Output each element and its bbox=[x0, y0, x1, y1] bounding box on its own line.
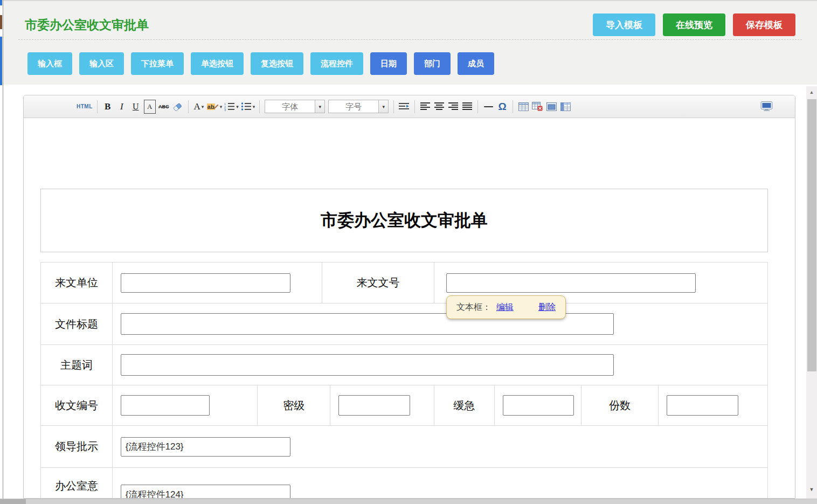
add-input-area-button[interactable]: 输入区 bbox=[79, 52, 124, 75]
unordered-list-icon[interactable]: ▾ bbox=[241, 100, 255, 114]
chevron-down-icon: ▾ bbox=[220, 104, 223, 109]
add-dropdown-menu-button[interactable]: 下拉菜单 bbox=[131, 52, 184, 75]
table-properties-icon[interactable] bbox=[559, 100, 571, 114]
chevron-down-icon: ▾ bbox=[253, 104, 255, 109]
add-flow-control-button[interactable]: 流程控件 bbox=[310, 52, 363, 75]
cell-properties-icon[interactable] bbox=[545, 100, 557, 114]
zhutici-input[interactable] bbox=[121, 354, 614, 376]
table-row: 主题词 bbox=[41, 344, 767, 385]
table-cell bbox=[112, 385, 258, 425]
align-left-icon[interactable] bbox=[419, 100, 431, 114]
horizontal-scrollbar-thumb[interactable] bbox=[0, 499, 26, 504]
online-preview-button[interactable]: 在线预览 bbox=[663, 13, 725, 36]
table-cell bbox=[112, 426, 767, 467]
edit-control-link[interactable]: 编辑 bbox=[496, 302, 514, 313]
horizontal-scrollbar bbox=[0, 499, 817, 504]
toolbar-separator bbox=[188, 100, 189, 113]
table-cell bbox=[112, 345, 767, 385]
control-tooltip: 文本框： 编辑 删除 bbox=[446, 295, 566, 319]
bordered-text-icon[interactable]: A bbox=[144, 100, 156, 114]
indent-icon[interactable] bbox=[398, 100, 410, 114]
scrollbar-thumb[interactable] bbox=[807, 99, 816, 371]
table-cell bbox=[494, 385, 581, 425]
import-template-button[interactable]: 导入模板 bbox=[593, 13, 655, 36]
laiwen-danwei-input[interactable] bbox=[121, 273, 290, 293]
editor-content[interactable]: 市委办公室收文审批单 来文单位 来文文号 文件标题 bbox=[24, 118, 795, 499]
special-character-icon[interactable]: Ω bbox=[496, 100, 508, 114]
chevron-down-icon: ▾ bbox=[202, 104, 204, 109]
background-window-sliver bbox=[0, 0, 3, 504]
highlight-color-icon[interactable]: ab▾ bbox=[207, 100, 222, 114]
laiwen-wenhao-input[interactable] bbox=[446, 273, 696, 293]
editor-toolbar: HTML B I U A ABC A▾ ab▾ 123 ▾ ▾ 字体 ▾ 字号 … bbox=[24, 95, 795, 118]
laiwen-wenhao-label: 来文文号 bbox=[322, 263, 434, 303]
bold-icon[interactable]: B bbox=[102, 100, 114, 114]
strikethrough-icon[interactable]: ABC bbox=[158, 100, 170, 114]
add-department-button[interactable]: 部门 bbox=[414, 52, 451, 75]
font-size-select[interactable]: 字号 ▾ bbox=[328, 100, 389, 113]
fullscreen-preview-icon[interactable] bbox=[760, 100, 773, 114]
italic-icon[interactable]: I bbox=[116, 100, 128, 114]
svg-text:3: 3 bbox=[224, 108, 226, 111]
sliver-segment bbox=[0, 37, 2, 85]
eraser-icon[interactable] bbox=[172, 100, 184, 114]
miji-input[interactable] bbox=[338, 395, 410, 416]
huanji-label: 缓急 bbox=[434, 385, 494, 425]
toolbar-separator bbox=[513, 100, 513, 113]
table-row: 领导批示 bbox=[41, 425, 767, 467]
sliver-segment bbox=[0, 0, 2, 5]
chevron-down-icon[interactable]: ▾ bbox=[378, 100, 388, 113]
font-color-icon[interactable]: A▾ bbox=[193, 100, 205, 114]
template-actions: 导入模板 在线预览 保存模板 bbox=[593, 13, 795, 36]
form-title: 市委办公室收文审批单 bbox=[321, 209, 488, 232]
table-row: 文件标题 bbox=[41, 303, 767, 344]
lingdao-pishi-input[interactable] bbox=[121, 437, 290, 457]
align-right-icon[interactable] bbox=[447, 100, 459, 114]
table-cell bbox=[658, 385, 767, 425]
scroll-down-arrow-icon[interactable]: ▼ bbox=[806, 487, 817, 492]
chevron-down-icon[interactable]: ▾ bbox=[315, 100, 324, 113]
wenjian-biaoti-label: 文件标题 bbox=[41, 303, 112, 344]
page-title: 市委办公室收文审批单 bbox=[25, 17, 149, 33]
tooltip-label: 文本框： bbox=[456, 302, 491, 313]
bangongshi-yijian-input[interactable] bbox=[121, 485, 290, 499]
toolbar-separator bbox=[477, 100, 478, 113]
html-source-icon[interactable]: HTML bbox=[77, 100, 93, 114]
form-table: 来文单位 来文文号 文件标题 主题词 bbox=[40, 262, 768, 499]
delete-control-link[interactable]: 删除 bbox=[538, 302, 556, 313]
toolbar-separator bbox=[393, 100, 394, 113]
lingdao-pishi-label: 领导批示 bbox=[41, 426, 112, 467]
fenshu-input[interactable] bbox=[667, 395, 738, 416]
table-cell bbox=[112, 468, 767, 499]
huanji-input[interactable] bbox=[503, 395, 574, 416]
add-checkbox-button[interactable]: 复选按钮 bbox=[251, 52, 303, 75]
add-input-box-button[interactable]: 输入框 bbox=[27, 52, 72, 75]
chevron-down-icon: ▾ bbox=[236, 104, 239, 109]
insert-table-icon[interactable] bbox=[517, 100, 529, 114]
toolbar-separator bbox=[259, 100, 260, 113]
align-justify-icon[interactable] bbox=[461, 100, 473, 114]
widget-button-row: 输入框 输入区 下拉菜单 单选按钮 复选按钮 流程控件 日期 部门 成员 bbox=[27, 52, 494, 75]
shouwen-bianhao-input[interactable] bbox=[121, 395, 210, 416]
delete-table-icon[interactable] bbox=[531, 100, 543, 114]
sliver-segment bbox=[0, 15, 2, 29]
toolbar-separator bbox=[414, 100, 415, 113]
ordered-list-icon[interactable]: 123 ▾ bbox=[224, 100, 239, 114]
zhutici-label: 主题词 bbox=[41, 345, 112, 385]
rich-text-editor: HTML B I U A ABC A▾ ab▾ 123 ▾ ▾ 字体 ▾ 字号 … bbox=[23, 95, 795, 499]
horizontal-rule-icon[interactable] bbox=[482, 100, 494, 114]
scroll-up-arrow-icon[interactable]: ▲ bbox=[806, 89, 817, 95]
underline-icon[interactable]: U bbox=[130, 100, 142, 114]
font-family-select[interactable]: 字体 ▾ bbox=[265, 100, 325, 113]
table-row: 收文编号 密级 缓急 份数 bbox=[41, 385, 767, 425]
toolbar-separator bbox=[97, 100, 98, 113]
fenshu-label: 份数 bbox=[581, 385, 659, 425]
table-row: 来文单位 来文文号 bbox=[41, 263, 767, 303]
vertical-scrollbar[interactable]: ▲ ▼ bbox=[806, 86, 817, 499]
add-radio-button-button[interactable]: 单选按钮 bbox=[191, 52, 244, 75]
save-template-button[interactable]: 保存模板 bbox=[733, 13, 795, 36]
align-center-icon[interactable] bbox=[433, 100, 445, 114]
add-date-button[interactable]: 日期 bbox=[370, 52, 407, 75]
table-cell bbox=[112, 263, 322, 303]
add-member-button[interactable]: 成员 bbox=[458, 52, 494, 75]
